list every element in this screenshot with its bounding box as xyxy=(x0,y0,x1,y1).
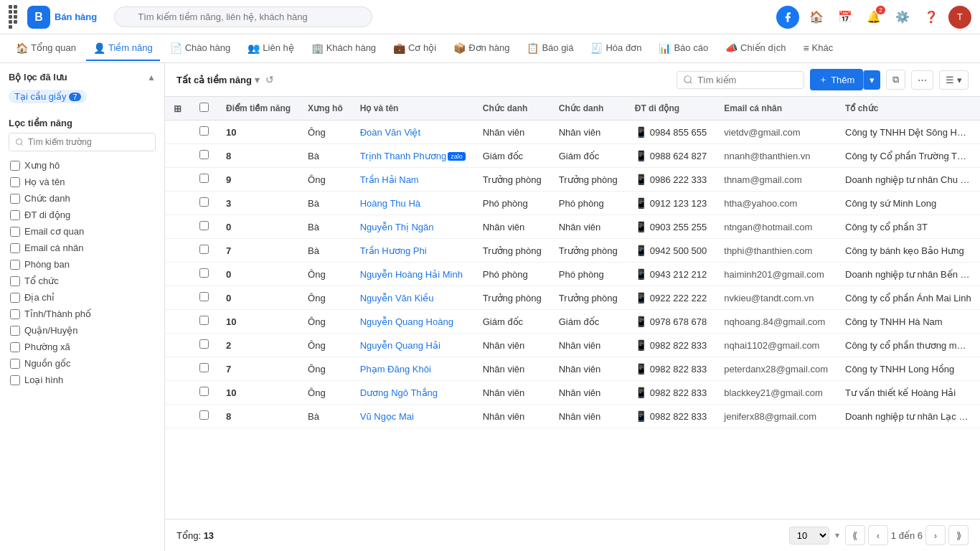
col-org[interactable]: Tổ chức xyxy=(837,97,980,121)
row-select-checkbox[interactable] xyxy=(199,126,209,136)
sidebar-field-item[interactable]: Xưng hô xyxy=(9,157,156,174)
nav-item-tong-quan[interactable]: 🏠 Tổng quan xyxy=(9,37,83,61)
nav-item-khac[interactable]: ≡ Khác xyxy=(796,37,840,61)
nav-item-tiem-nang[interactable]: 👤 Tiềm năng xyxy=(86,37,160,61)
row-select-checkbox[interactable] xyxy=(199,150,209,159)
last-page-button[interactable]: ⟫ xyxy=(948,525,969,545)
row-select-checkbox[interactable] xyxy=(199,387,209,396)
help-icon[interactable]: ❓ xyxy=(920,6,943,29)
row-select-checkbox[interactable] xyxy=(199,174,209,183)
nav-item-hoa-don[interactable]: 🧾 Hóa đơn xyxy=(583,37,649,61)
home-icon[interactable]: 🏠 xyxy=(805,6,828,29)
sidebar-field-item[interactable]: Địa chỉ xyxy=(9,289,156,306)
row-name-link[interactable]: Phạm Đăng Khôi xyxy=(360,364,431,375)
col-title[interactable]: Xưng hô xyxy=(299,97,352,121)
row-name-link[interactable]: Hoàng Thu Hà xyxy=(360,198,420,209)
title-dropdown-icon[interactable]: ▾ xyxy=(255,75,260,85)
sidebar-field-checkbox[interactable] xyxy=(10,161,20,171)
col-position[interactable]: Chức danh xyxy=(474,97,550,121)
sidebar-field-checkbox[interactable] xyxy=(10,293,20,303)
row-select-checkbox[interactable] xyxy=(199,339,209,349)
topbar-search-input[interactable] xyxy=(114,6,372,27)
row-select-checkbox[interactable] xyxy=(199,292,209,301)
filter-chip[interactable]: Tại cầu giấy 7 xyxy=(9,90,87,103)
facebook-icon[interactable] xyxy=(776,6,799,29)
row-select-checkbox[interactable] xyxy=(199,316,209,325)
col-position2[interactable]: Chức danh xyxy=(550,97,626,121)
row-name-link[interactable]: Nguyễn Quang Hải xyxy=(360,340,440,351)
sidebar-search-input[interactable] xyxy=(9,133,156,151)
row-select-checkbox[interactable] xyxy=(199,410,209,420)
sidebar-field-item[interactable]: Email cơ quan xyxy=(9,223,156,240)
row-name-link[interactable]: Trịnh Thanh Phương xyxy=(360,151,446,161)
refresh-icon[interactable]: ↺ xyxy=(265,74,274,85)
view-toggle-button[interactable]: ☰ ▾ xyxy=(939,70,969,90)
sidebar-field-checkbox[interactable] xyxy=(10,243,20,253)
sidebar-field-item[interactable]: Email cá nhân xyxy=(9,240,156,256)
nav-item-bao-gia[interactable]: 📋 Báo giá xyxy=(519,37,580,61)
sidebar-field-item[interactable]: ĐT di động xyxy=(9,207,156,223)
gear-icon[interactable]: ⚙️ xyxy=(891,6,914,29)
next-page-button[interactable]: › xyxy=(925,525,946,545)
nav-item-chien-dich[interactable]: 📣 Chiến dịch xyxy=(718,37,793,61)
row-name-link[interactable]: Nguyễn Quang Hoàng xyxy=(360,316,453,327)
row-name-link[interactable]: Vũ Ngọc Mai xyxy=(360,411,414,422)
sidebar-field-checkbox[interactable] xyxy=(10,375,20,385)
copy-icon-button[interactable]: ⧉ xyxy=(886,70,905,90)
add-dropdown-button[interactable]: ▾ xyxy=(863,70,880,90)
nav-item-don-hang[interactable]: 📦 Đơn hàng xyxy=(446,37,517,61)
sidebar-field-checkbox[interactable] xyxy=(10,326,20,336)
sidebar-field-checkbox[interactable] xyxy=(10,359,20,369)
sidebar-field-item[interactable]: Nguồn gốc xyxy=(9,355,156,372)
prev-page-button[interactable]: ‹ xyxy=(868,525,888,545)
row-name-link[interactable]: Nguyễn Văn Kiều xyxy=(360,293,434,303)
collapse-filter-icon[interactable]: ▲ xyxy=(147,72,156,83)
notification-icon[interactable]: 🔔 2 xyxy=(862,6,885,29)
expand-icon[interactable]: ⊞ xyxy=(174,103,182,114)
nav-item-lien-he[interactable]: 👥 Liên hệ xyxy=(240,37,301,61)
nav-item-co-hoi[interactable]: 💼 Cơ hội xyxy=(386,37,443,61)
sidebar-field-item[interactable]: Phòng ban xyxy=(9,256,156,273)
sidebar-field-item[interactable]: Tổ chức xyxy=(9,273,156,289)
sidebar-field-checkbox[interactable] xyxy=(10,227,20,237)
row-select-checkbox[interactable] xyxy=(199,363,209,372)
col-score[interactable]: Điểm tiềm năng xyxy=(217,97,299,121)
sidebar-field-item[interactable]: Họ và tên xyxy=(9,174,156,190)
sidebar-field-checkbox[interactable] xyxy=(10,210,20,220)
grid-menu-icon[interactable] xyxy=(9,5,22,29)
sidebar-field-checkbox[interactable] xyxy=(10,309,20,319)
row-select-checkbox[interactable] xyxy=(199,197,209,207)
sidebar-field-checkbox[interactable] xyxy=(10,276,20,286)
sidebar-field-checkbox[interactable] xyxy=(10,194,20,204)
row-name-link[interactable]: Đoàn Văn Việt xyxy=(360,127,420,138)
more-options-button[interactable]: ⋯ xyxy=(911,70,933,90)
row-name-link[interactable]: Trần Hải Nam xyxy=(360,174,419,185)
select-all-checkbox[interactable] xyxy=(199,103,209,112)
sidebar-field-item[interactable]: Phường xã xyxy=(9,339,156,355)
sidebar-field-item[interactable]: Chức danh xyxy=(9,190,156,207)
nav-item-khach-hang[interactable]: 🏢 Khách hàng xyxy=(304,37,383,61)
row-name-link[interactable]: Trần Hương Phi xyxy=(360,245,427,256)
row-name-link[interactable]: Nguyễn Thị Ngân xyxy=(360,222,434,232)
row-select-checkbox[interactable] xyxy=(199,245,209,254)
row-name-link[interactable]: Nguyễn Hoàng Hải Minh xyxy=(360,269,463,280)
col-email[interactable]: Email cá nhân xyxy=(715,97,837,121)
sidebar-field-checkbox[interactable] xyxy=(10,342,20,352)
sidebar-field-item[interactable]: Quận/Huyện xyxy=(9,322,156,339)
col-name[interactable]: Họ và tên xyxy=(352,97,474,121)
col-phone[interactable]: ĐT di động xyxy=(626,97,716,121)
row-name-link[interactable]: Dương Ngô Thắng xyxy=(360,387,438,398)
add-button[interactable]: ＋ Thêm xyxy=(810,69,863,90)
first-page-button[interactable]: ⟪ xyxy=(845,525,865,545)
calendar-icon[interactable]: 📅 xyxy=(834,6,857,29)
nav-item-bao-cao[interactable]: 📊 Báo cáo xyxy=(651,37,715,61)
avatar[interactable]: T xyxy=(948,6,971,29)
nav-item-chao-hang[interactable]: 📄 Chào hàng xyxy=(163,37,238,61)
sidebar-field-checkbox[interactable] xyxy=(10,177,20,187)
page-size-select[interactable]: 10 20 50 100 xyxy=(789,527,829,545)
row-select-checkbox[interactable] xyxy=(199,268,209,278)
table-search-input[interactable] xyxy=(697,75,798,85)
sidebar-field-item[interactable]: Loại hình xyxy=(9,372,156,388)
sidebar-field-item[interactable]: Tỉnh/Thành phố xyxy=(9,306,156,322)
row-select-checkbox[interactable] xyxy=(199,221,209,230)
